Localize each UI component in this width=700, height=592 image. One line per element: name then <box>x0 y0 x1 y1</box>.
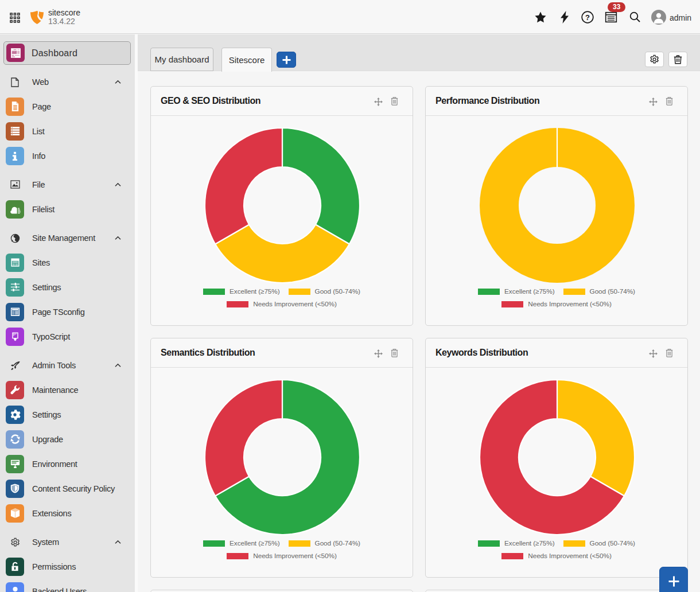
svg-text:?: ? <box>585 13 590 22</box>
